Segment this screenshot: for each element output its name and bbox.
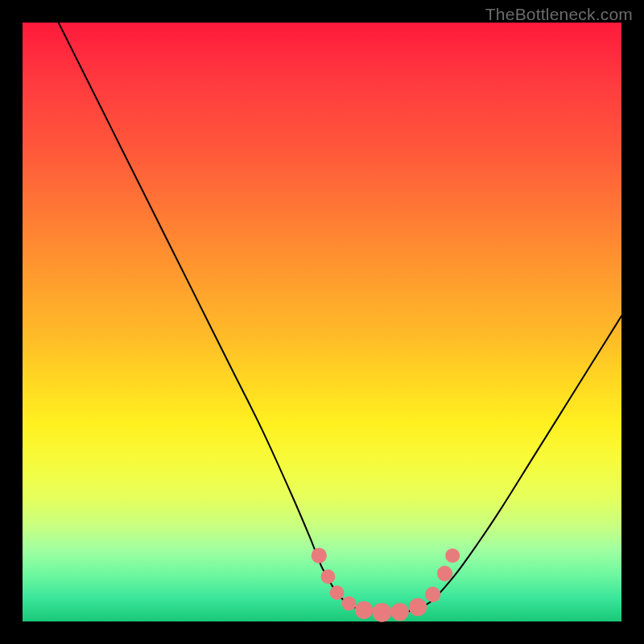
data-point-marker <box>321 569 336 584</box>
data-point-marker <box>342 597 357 611</box>
watermark-text: TheBottleneck.com <box>485 5 633 24</box>
data-point-marker <box>409 598 427 616</box>
data-point-marker <box>312 547 327 563</box>
data-point-marker <box>425 587 440 602</box>
data-point-marker <box>437 566 452 581</box>
data-point-marker <box>445 548 460 563</box>
data-point-marker <box>330 585 345 600</box>
bottleneck-curve <box>59 23 621 613</box>
data-point-marker <box>373 603 392 622</box>
curve-layer <box>23 23 621 621</box>
data-point-marker <box>391 603 409 621</box>
chart-frame: TheBottleneck.com <box>0 0 644 644</box>
data-point-marker <box>355 601 373 619</box>
marker-group <box>312 547 460 621</box>
